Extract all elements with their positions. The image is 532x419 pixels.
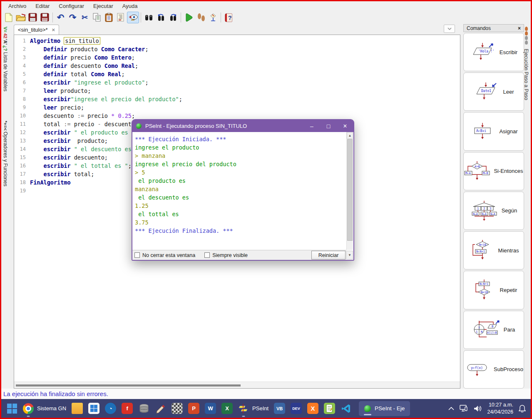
menu-archivo[interactable]: Archivo xyxy=(4,2,31,10)
svg-text:B: B xyxy=(492,325,493,328)
tab-sin-titulo[interactable]: <sin_titulo>* × xyxy=(14,25,59,35)
microsoft-store-icon[interactable] xyxy=(88,403,99,414)
draw-app-icon[interactable] xyxy=(155,403,166,414)
chrome-window-button[interactable]: Sistema GN xyxy=(23,403,66,414)
code-line[interactable]: 1Algoritmo sin_titulo xyxy=(14,37,459,45)
menu-ejecutar[interactable]: Ejecutar xyxy=(89,2,118,10)
help-icon[interactable]: ? xyxy=(223,12,235,23)
close-icon[interactable]: × xyxy=(337,120,353,132)
database-app-icon[interactable] xyxy=(138,403,149,414)
no-close-checkbox[interactable] xyxy=(134,252,140,258)
find-next-icon[interactable] xyxy=(167,12,179,23)
scroll-up-icon[interactable]: ▲ xyxy=(347,132,353,139)
commands-close-icon[interactable]: × xyxy=(518,25,521,31)
redo-icon[interactable]: ↷ xyxy=(67,12,79,23)
menu-configurar[interactable]: Configurar xyxy=(54,2,89,10)
variables-panel-tab[interactable]: V= 42 'A' ¿? Lista de Variables xyxy=(2,27,8,91)
line-number: 9 xyxy=(14,105,30,110)
output-line: el producto es xyxy=(135,177,346,185)
command-asignar[interactable]: A←B+i Asignar xyxy=(463,112,524,150)
find-icon[interactable] xyxy=(143,12,155,23)
copy-icon[interactable] xyxy=(91,12,103,23)
command-repetir[interactable]: N←N+1 N=10 Repetir xyxy=(463,271,524,309)
scrollbar-thumb[interactable] xyxy=(347,139,353,241)
clock[interactable]: 10:27 a.m. 24/04/2026 xyxy=(487,402,513,416)
visual-basic-icon[interactable]: VB xyxy=(274,403,285,414)
code-line[interactable]: 10 descuento := precio * 0.25; xyxy=(14,112,459,120)
command-si-entonces[interactable]: A>B M←A M←B Si-Entonces xyxy=(463,152,524,190)
tab-list-dropdown[interactable] xyxy=(444,25,455,33)
code-line[interactable]: 3 definir precio Como Entero; xyxy=(14,53,459,62)
cut-icon[interactable]: ✂ xyxy=(79,12,91,23)
pattern-app-icon[interactable] xyxy=(172,403,183,414)
line-number: 5 xyxy=(14,71,30,77)
paste-icon[interactable] xyxy=(103,12,115,23)
step-execution-strip[interactable]: Ejecución Paso a Paso xyxy=(522,24,531,389)
pseint-window-button[interactable]: PSeInt xyxy=(238,403,268,414)
flowchart-icon[interactable] xyxy=(207,12,219,23)
volume-icon[interactable] xyxy=(473,405,482,412)
menu-ayuda[interactable]: Ayuda xyxy=(118,2,142,10)
execution-titlebar[interactable]: PSeInt - Ejecutando proceso SIN_TITULO –… xyxy=(132,120,353,132)
scrollbar-thumb[interactable] xyxy=(16,384,241,387)
output-line: manzana xyxy=(135,185,346,193)
editor-horizontal-scrollbar[interactable] xyxy=(14,382,460,388)
excel-icon[interactable]: X xyxy=(221,403,233,414)
tab-close-icon[interactable]: × xyxy=(52,27,55,33)
command-segun[interactable]: 1 2 3 N←A N←A N←A Según xyxy=(463,192,524,230)
notepad-plus-icon[interactable] xyxy=(324,403,335,414)
svg-text:1: 1 xyxy=(476,330,477,334)
open-file-icon[interactable] xyxy=(15,12,27,23)
vscode-icon[interactable] xyxy=(341,403,352,414)
active-pseint-task-button[interactable]: PSeInt - Eje xyxy=(359,401,410,416)
indent-doc-icon[interactable] xyxy=(115,12,127,23)
command-subproceso[interactable]: y←f(x) SubProceso xyxy=(463,350,524,389)
find-prev-icon[interactable] xyxy=(155,12,167,23)
powerpoint-icon[interactable]: P xyxy=(188,403,199,414)
restart-button[interactable]: Reiniciar xyxy=(311,251,346,259)
maximize-icon[interactable]: □ xyxy=(320,120,337,132)
line-number: 4 xyxy=(14,63,30,69)
step-execution-label: Ejecución Paso a Paso xyxy=(523,49,529,100)
save-icon[interactable] xyxy=(27,12,39,23)
undo-icon[interactable]: ↶ xyxy=(55,12,67,23)
svg-text:M←A: M←A xyxy=(465,172,471,175)
line-content: escribir producto; xyxy=(30,137,108,144)
code-line[interactable]: 5 definir total Como Real; xyxy=(14,70,459,78)
command-mientras[interactable]: N<10 N←N+1 Mientras xyxy=(463,231,524,269)
code-line[interactable]: 8 escribir"ingrese el precio del product… xyxy=(14,95,459,103)
xampp-icon[interactable]: X xyxy=(307,403,318,414)
code-line[interactable]: 2 Definir producto Como Caracter; xyxy=(14,45,459,53)
code-line[interactable]: 7 leer producto; xyxy=(14,87,459,95)
notifications-bell-icon[interactable] xyxy=(519,404,526,412)
minimize-icon[interactable]: – xyxy=(303,120,320,132)
network-display-icon[interactable] xyxy=(460,405,468,412)
code-line[interactable]: 6 escribir "ingrese el producto"; xyxy=(14,78,459,87)
tray-chevron-icon[interactable] xyxy=(448,407,454,410)
operators-panel-tab[interactable]: *+=< Operadores y Funciones xyxy=(2,121,8,186)
execution-vertical-scrollbar[interactable]: ▲ xyxy=(346,132,353,250)
start-button[interactable] xyxy=(6,403,17,414)
execution-window[interactable]: PSeInt - Ejecutando proceso SIN_TITULO –… xyxy=(132,119,354,261)
code-line[interactable]: 9 leer precio; xyxy=(14,103,459,112)
file-explorer-icon[interactable] xyxy=(72,403,83,414)
output-line: ingrese el precio del producto xyxy=(135,160,346,168)
run-icon[interactable] xyxy=(183,12,195,23)
f-app-icon[interactable]: f xyxy=(122,403,133,414)
command-escribir[interactable]: 'Hola !' Escribir xyxy=(463,33,524,71)
command-para[interactable]: i 1 N B A[i]←B Para xyxy=(463,311,524,349)
syntax-eye-icon[interactable] xyxy=(127,12,139,23)
code-line[interactable]: 4 definir descuento Como Real; xyxy=(14,62,459,70)
save-all-icon[interactable] xyxy=(39,12,51,23)
command-label: Si-Entonces xyxy=(494,168,523,174)
scroll-down-icon[interactable]: ▼ xyxy=(346,251,353,259)
step-run-icon[interactable] xyxy=(195,12,207,23)
line-content: escribir"ingrese el precio del producto"… xyxy=(30,96,182,102)
command-leer[interactable]: Dato1 Leer xyxy=(463,72,524,111)
new-file-icon[interactable] xyxy=(2,12,15,23)
menu-editar[interactable]: Editar xyxy=(31,2,54,10)
always-visible-checkbox[interactable] xyxy=(204,252,210,258)
dev-cpp-icon[interactable]: DEV xyxy=(291,403,302,414)
word-icon[interactable]: W xyxy=(205,403,216,414)
blue-app-icon[interactable]: ◔ xyxy=(105,403,116,414)
